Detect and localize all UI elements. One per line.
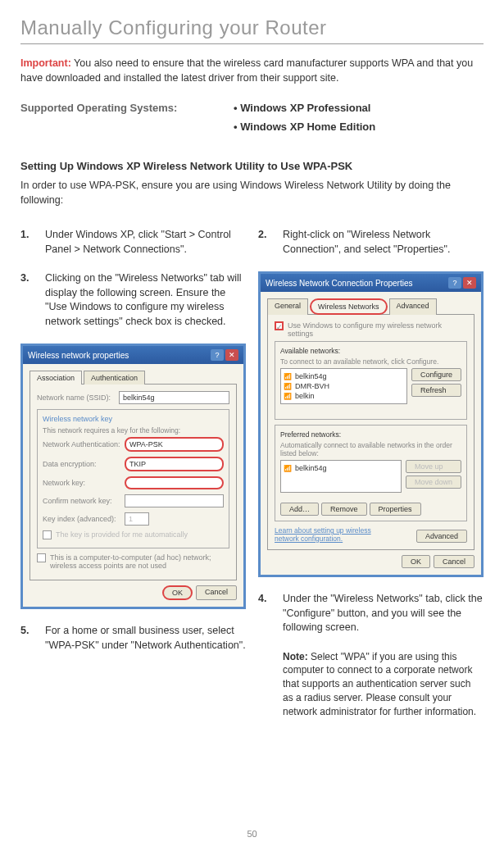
preferred-listbox[interactable]: belkin54g <box>280 460 402 493</box>
adhoc-checkbox[interactable] <box>37 553 46 562</box>
avail-desc: To connect to an available network, clic… <box>280 357 461 366</box>
available-listbox[interactable]: belkin54g DMR-BVH belkin <box>280 368 407 404</box>
right-column: 2. Right-click on "Wireless Network Conn… <box>258 228 484 718</box>
pref-desc: Automatically connect to available netwo… <box>280 441 461 457</box>
list-item[interactable]: belkin <box>284 391 404 401</box>
supported-os-items: • Windows XP Professional • Windows XP H… <box>234 102 375 139</box>
step-5: 5. For a home or small business user, se… <box>20 624 246 653</box>
close-icon[interactable]: ✕ <box>225 349 238 361</box>
dialog1-titlebar: Wireless network properties ? ✕ <box>23 346 243 364</box>
keyindex-label: Key index (advanced): <box>43 515 125 523</box>
step-4: 4. Under the "Wireless Networks" tab, cl… <box>258 592 484 635</box>
step-3-num: 3. <box>20 271 35 329</box>
note-paragraph: Note: Select "WPA" if you are using this… <box>258 650 484 719</box>
autokey-checkbox <box>43 530 52 539</box>
list-item[interactable]: belkin54g <box>284 463 398 473</box>
wireless-key-fieldset: Wireless network key This network requir… <box>37 409 229 548</box>
dialog2-tabs: General Wireless Networks Advanced <box>267 298 474 315</box>
title-underline <box>20 43 484 44</box>
dialog2-body: General Wireless Networks Advanced Use W… <box>261 292 481 575</box>
step-1-text: Under Windows XP, click "Start > Control… <box>45 228 246 257</box>
available-networks-fieldset: Available networks: To connect to an ava… <box>275 341 467 420</box>
step-2-num: 2. <box>258 228 273 257</box>
remove-button[interactable]: Remove <box>321 503 367 516</box>
step-3: 3. Clicking on the "Wireless Networks" t… <box>20 271 246 329</box>
important-text: You also need to ensure that the wireles… <box>20 57 473 84</box>
preferred-networks-fieldset: Preferred networks: Automatically connec… <box>275 425 467 521</box>
list-item[interactable]: DMR-BVH <box>284 381 404 391</box>
cancel-button[interactable]: Cancel <box>196 585 237 600</box>
dialog1-body: Association Authentication Network name … <box>23 364 243 607</box>
help-icon[interactable]: ? <box>211 349 224 361</box>
learn-link[interactable]: Learn about setting up wireless network … <box>275 526 389 543</box>
moveup-button: Move up <box>406 460 461 473</box>
ssid-input[interactable]: belkin54g <box>119 391 229 404</box>
close-icon[interactable]: ✕ <box>463 277 476 289</box>
movedown-button: Move down <box>406 476 461 489</box>
step-5-text: For a home or small business user, selec… <box>45 624 246 653</box>
enc-select[interactable]: TKIP <box>125 457 224 471</box>
adhoc-label: This is a computer-to-computer (ad hoc) … <box>50 553 229 570</box>
step-4-num: 4. <box>258 592 273 635</box>
tab-authentication[interactable]: Authentication <box>84 371 145 385</box>
tab-advanced[interactable]: Advanced <box>389 298 437 315</box>
autokey-label: The key is provided for me automatically <box>56 530 188 539</box>
section-heading: Setting Up Windows XP Wireless Network U… <box>20 160 484 172</box>
important-paragraph: Important: You also need to ensure that … <box>20 57 484 85</box>
step-2-text: Right-click on "Wireless Network Connect… <box>283 228 484 257</box>
dialog2-title: Wireless Network Connection Properties <box>266 279 413 288</box>
auth-select[interactable]: WPA-PSK <box>125 437 224 452</box>
dialog1-tab-content: Network name (SSID): belkin54g Wireless … <box>30 384 237 580</box>
tab-wireless-networks[interactable]: Wireless Networks <box>310 298 388 315</box>
auth-label: Network Authentication: <box>43 440 125 448</box>
help-icon[interactable]: ? <box>448 277 461 289</box>
page-number: 50 <box>0 829 504 839</box>
dialog1-buttons: OK Cancel <box>30 580 237 600</box>
key-group-label: Wireless network key <box>43 415 224 423</box>
confirm-label: Confirm network key: <box>43 497 125 505</box>
ok-button[interactable]: OK <box>162 585 193 600</box>
configure-button[interactable]: Configure <box>411 368 461 381</box>
note-label: Note: <box>283 651 308 662</box>
keyindex-input: 1 <box>125 512 149 526</box>
step-1-num: 1. <box>20 228 35 257</box>
netkey-input[interactable] <box>125 476 224 489</box>
ssid-label: Network name (SSID): <box>37 394 119 402</box>
step-3-text: Clicking on the "Wireless Networks" tab … <box>45 271 246 329</box>
advanced-button[interactable]: Advanced <box>416 530 467 543</box>
netkey-label: Network key: <box>43 479 125 487</box>
dialog1-title: Wireless network properties <box>28 351 129 360</box>
page-title: Manually Configuring your Router <box>20 16 484 39</box>
supported-os-label: Supported Operating Systems: <box>20 102 234 114</box>
dialog-connection-properties: Wireless Network Connection Properties ?… <box>258 271 484 577</box>
dialog-wireless-network-properties: Wireless network properties ? ✕ Associat… <box>20 344 246 609</box>
os-item-2: • Windows XP Home Edition <box>234 121 375 133</box>
supported-os: Supported Operating Systems: • Windows X… <box>20 102 484 139</box>
dialog1-tabs: Association Authentication <box>30 371 237 385</box>
step-2: 2. Right-click on "Wireless Network Conn… <box>258 228 484 257</box>
ok-button[interactable]: OK <box>402 555 430 568</box>
list-item[interactable]: belkin54g <box>284 371 404 381</box>
enc-label: Data encryption: <box>43 460 125 468</box>
use-windows-checkbox[interactable] <box>275 321 284 330</box>
step-4-text: Under the "Wireless Networks" tab, click… <box>283 592 484 635</box>
refresh-button[interactable]: Refresh <box>411 384 461 397</box>
os-item-1: • Windows XP Professional <box>234 102 375 114</box>
tab-association[interactable]: Association <box>30 371 82 385</box>
cancel-button[interactable]: Cancel <box>434 555 474 568</box>
dialog2-titlebar: Wireless Network Connection Properties ?… <box>261 274 481 292</box>
confirm-input[interactable] <box>125 494 224 507</box>
note-text: Select "WPA" if you are using this compu… <box>283 651 476 717</box>
important-label: Important: <box>20 57 71 69</box>
section-text: In order to use WPA-PSK, ensure you are … <box>20 179 484 207</box>
avail-label: Available networks: <box>280 347 461 355</box>
properties-button[interactable]: Properties <box>370 503 421 516</box>
pref-label: Preferred networks: <box>280 430 461 439</box>
tab-general[interactable]: General <box>267 298 308 315</box>
dialog2-tab-content: Use Windows to configure my wireless net… <box>267 314 474 550</box>
left-column: 1. Under Windows XP, click "Start > Cont… <box>20 228 246 718</box>
step-5-num: 5. <box>20 624 35 653</box>
dialog2-buttons: OK Cancel <box>267 550 474 568</box>
add-button[interactable]: Add… <box>280 503 319 516</box>
use-windows-label: Use Windows to configure my wireless net… <box>288 321 467 338</box>
